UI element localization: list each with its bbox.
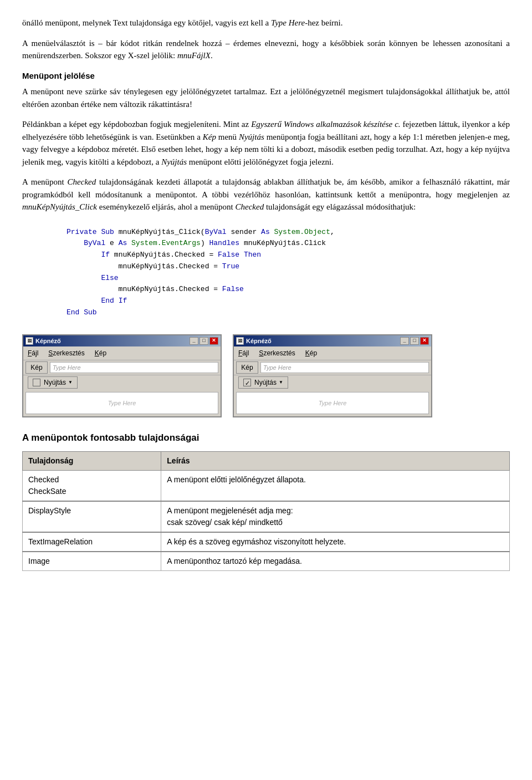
paragraph-3: A menüpont neve szürke sáv ténylegesen e… [22, 85, 510, 110]
mock-window-right: 🖼 Képnéző _ □ ✕ Fájl Szerkesztés Kép Kép… [233, 334, 432, 417]
titlebar-buttons-left: _ □ ✕ [190, 337, 218, 345]
prop-displaystyle: DisplayStyle [23, 501, 161, 532]
toolbar-kep-btn-right[interactable]: Kép [236, 361, 258, 374]
nyujtas-btn-left[interactable]: Nyújtás ▼ [28, 376, 78, 389]
titlebar-left: 🖼 Képnéző _ □ ✕ [23, 335, 221, 346]
paragraph-1: önálló menüpont, melynek Text tulajdonsá… [22, 17, 510, 29]
paragraph-2: A menüelválasztót is – bár kódot ritkán … [22, 37, 510, 62]
desc-checked: A menüpont előtti jelölőnégyzet állapota… [161, 471, 510, 502]
menu-szerkesztes-left[interactable]: Szerkesztés [46, 348, 86, 359]
minimize-btn-left[interactable]: _ [190, 337, 198, 345]
desc-image: A menüponthoz tartozó kép megadása. [161, 552, 510, 571]
prop-checked: CheckedCheckSate [23, 471, 161, 502]
paragraph-5: A menüpont Checked tulajdonságának kezde… [22, 176, 510, 213]
menubar-right: Fájl Szerkesztés Kép [234, 346, 431, 360]
nyujtas-label-left: Nyújtás [44, 378, 66, 388]
properties-table: Tulajdonság Leírás CheckedCheckSate A me… [22, 451, 510, 571]
content-area-right: Type Here [236, 392, 429, 414]
table-row: CheckedCheckSate A menüpont előtti jelöl… [23, 471, 510, 502]
toolbar-type-here-right[interactable]: Type Here [260, 362, 429, 374]
nyujtas-btn-right[interactable]: Nyújtás ▼ [238, 376, 288, 389]
nyujtas-label-right: Nyújtás [254, 378, 277, 388]
code-block: Private Sub mnuKépNyújtás_Click(ByVal se… [55, 221, 477, 324]
check-icon-left [33, 379, 40, 386]
titlebar-right: 🖼 Képnéző _ □ ✕ [234, 335, 431, 346]
titlebar-icon-left: 🖼 [25, 337, 33, 345]
mock-windows-row: 🖼 Képnéző _ □ ✕ Fájl Szerkesztés Kép Kép… [22, 334, 510, 417]
check-icon-right [243, 379, 251, 386]
content-type-here-left: Type Here [108, 399, 136, 408]
menubar-left: Fájl Szerkesztés Kép [23, 346, 221, 360]
close-btn-right[interactable]: ✕ [420, 337, 429, 345]
minimize-btn-right[interactable]: _ [400, 337, 409, 345]
table-row: Image A menüponthoz tartozó kép megadása… [23, 552, 510, 571]
menu-kep-right[interactable]: Kép [303, 348, 319, 359]
menu-kep-left[interactable]: Kép [93, 348, 109, 359]
titlebar-icon-right: 🖼 [236, 337, 244, 345]
maximize-btn-left[interactable]: □ [200, 337, 208, 345]
maximize-btn-right[interactable]: □ [410, 337, 419, 345]
content-area-left: Type Here [25, 392, 218, 414]
toolbar-kep-btn-left[interactable]: Kép [25, 361, 48, 374]
col-header-property: Tulajdonság [23, 452, 161, 471]
prop-image: Image [23, 552, 161, 571]
col-header-description: Leírás [161, 452, 510, 471]
desc-displaystyle: A menüpont megjelenését adja meg:csak sz… [161, 501, 510, 532]
dropdown-arrow-right: ▼ [279, 379, 283, 386]
toolbar-right: Kép Type Here [234, 360, 431, 375]
dropdown-row-left: Nyújtás ▼ [23, 375, 221, 390]
desc-textimagerelation: A kép és a szöveg egymáshoz viszonyított… [161, 532, 510, 552]
menu-fajl-left[interactable]: Fájl [25, 348, 40, 359]
table-row: DisplayStyle A menüpont megjelenését adj… [23, 501, 510, 532]
menu-fajl-right[interactable]: Fájl [236, 348, 251, 359]
dropdown-row-right: Nyújtás ▼ [234, 375, 431, 390]
dropdown-arrow-left: ▼ [68, 379, 73, 386]
content-type-here-right: Type Here [319, 399, 347, 408]
toolbar-type-here-left[interactable]: Type Here [50, 362, 218, 374]
table-section-heading: A menüpontok fontosabb tulajdonságai [22, 431, 510, 445]
heading-menujeloles: Menüpont jelölése [22, 70, 510, 83]
paragraph-4: Példánkban a képet egy képdobozban fogju… [22, 118, 510, 168]
prop-textimagerelation: TextImageRelation [23, 532, 161, 552]
menu-szerkesztes-right[interactable]: Szerkesztés [257, 348, 297, 359]
toolbar-left: Kép Type Here [23, 360, 221, 375]
close-btn-left[interactable]: ✕ [209, 337, 218, 345]
titlebar-title-left: Képnéző [35, 337, 190, 346]
titlebar-title-right: Képnéző [246, 337, 400, 346]
mock-window-left: 🖼 Képnéző _ □ ✕ Fájl Szerkesztés Kép Kép… [22, 334, 222, 417]
table-row: TextImageRelation A kép és a szöveg egym… [23, 532, 510, 552]
titlebar-buttons-right: _ □ ✕ [400, 337, 429, 345]
